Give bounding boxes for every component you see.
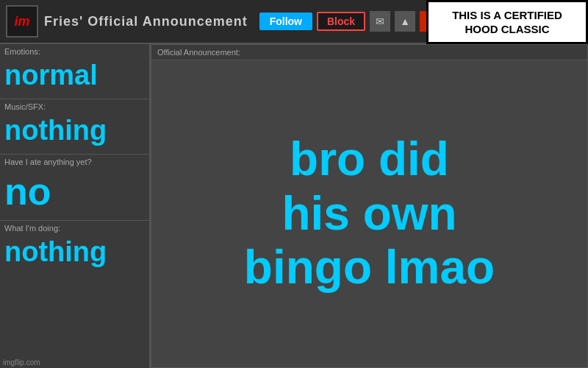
- announcement-label: Official Announcement:: [151, 45, 587, 60]
- announcement-text: bro didhis ownbingo lmao: [244, 132, 495, 295]
- header: im Fries' Official Announcement Follow B…: [0, 0, 588, 44]
- sidebar: Emotions: normal Music/SFX: nothing Have…: [0, 44, 151, 368]
- follow-button[interactable]: Follow: [259, 13, 312, 30]
- header-buttons: Follow Block ✉ ▲ ▼: [259, 11, 440, 32]
- doing-value: nothing: [4, 234, 145, 271]
- certified-badge: THIS IS A CERTIFIED HOOD CLASSIC: [426, 0, 588, 44]
- food-value: no: [4, 168, 145, 216]
- food-label: Have I ate anything yet?: [4, 158, 145, 166]
- avatar-text: im: [14, 14, 29, 29]
- sidebar-section-music: Music/SFX: nothing: [0, 99, 149, 155]
- certified-line2: HOOD CLASSIC: [465, 23, 549, 35]
- doing-label: What I'm doing:: [4, 224, 145, 233]
- announcement-panel: Official Announcement: bro didhis ownbin…: [151, 44, 588, 368]
- announcement-content: bro didhis ownbingo lmao: [151, 60, 587, 367]
- emotions-value: normal: [4, 57, 145, 94]
- footer-text: imgflip.com: [3, 358, 40, 367]
- page-title: Fries' Official Announcement: [44, 14, 248, 29]
- emotions-label: Emotions:: [4, 47, 145, 56]
- message-button[interactable]: ✉: [370, 11, 390, 32]
- sidebar-section-emotions: Emotions: normal: [0, 44, 149, 99]
- certified-text: THIS IS A CERTIFIED HOOD CLASSIC: [452, 8, 562, 37]
- certified-line1: THIS IS A CERTIFIED: [452, 9, 562, 21]
- upvote-button[interactable]: ▲: [395, 11, 415, 32]
- block-button[interactable]: Block: [317, 12, 365, 31]
- footer: imgflip.com: [0, 357, 43, 368]
- music-label: Music/SFX:: [4, 102, 145, 111]
- avatar: im: [6, 5, 38, 38]
- sidebar-section-doing: What I'm doing: nothing: [0, 221, 149, 275]
- music-value: nothing: [4, 113, 145, 149]
- main-layout: Emotions: normal Music/SFX: nothing Have…: [0, 44, 588, 368]
- sidebar-section-food: Have I ate anything yet? no: [0, 155, 149, 221]
